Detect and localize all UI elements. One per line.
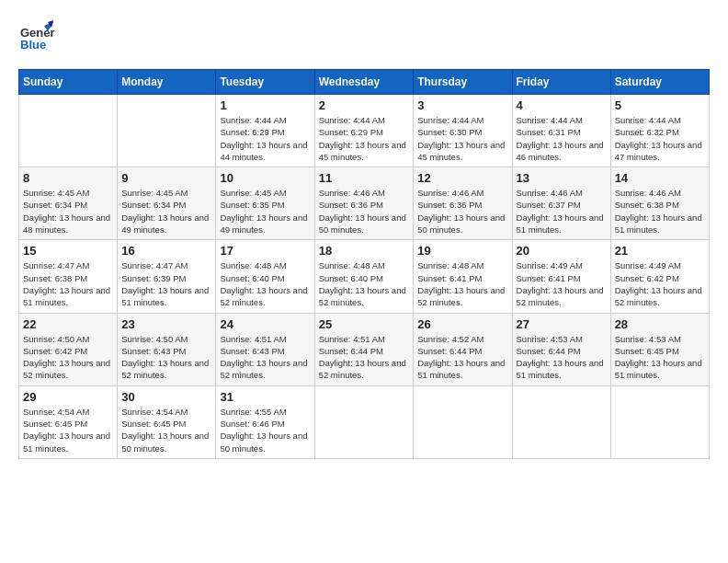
- day-detail: Sunrise: 4:55 AM Sunset: 6:46 PM Dayligh…: [220, 406, 310, 454]
- day-number: 16: [121, 244, 211, 258]
- column-header-wednesday: Wednesday: [314, 70, 414, 95]
- calendar-cell: 16 Sunrise: 4:47 AM Sunset: 6:39 PM Dayl…: [118, 240, 216, 313]
- calendar-cell: 29 Sunrise: 4:54 AM Sunset: 6:45 PM Dayl…: [19, 385, 118, 458]
- calendar-cell: 15 Sunrise: 4:47 AM Sunset: 6:38 PM Dayl…: [19, 240, 118, 313]
- calendar-cell: 14 Sunrise: 4:46 AM Sunset: 6:38 PM Dayl…: [610, 167, 709, 240]
- calendar-cell: 9 Sunrise: 4:45 AM Sunset: 6:34 PM Dayli…: [118, 167, 216, 240]
- day-number: 1: [220, 98, 310, 112]
- calendar-cell: 22 Sunrise: 4:50 AM Sunset: 6:42 PM Dayl…: [19, 313, 118, 385]
- day-detail: Sunrise: 4:49 AM Sunset: 6:42 PM Dayligh…: [615, 259, 705, 308]
- calendar-table: SundayMondayTuesdayWednesdayThursdayFrid…: [18, 69, 710, 459]
- column-header-saturday: Saturday: [610, 70, 709, 95]
- day-number: 14: [615, 171, 705, 185]
- calendar-cell: [314, 385, 414, 458]
- calendar-cell: 5 Sunrise: 4:44 AM Sunset: 6:32 PM Dayli…: [610, 95, 709, 167]
- calendar-cell: 25 Sunrise: 4:51 AM Sunset: 6:44 PM Dayl…: [314, 313, 414, 385]
- day-number: 9: [121, 171, 211, 185]
- day-detail: Sunrise: 4:49 AM Sunset: 6:41 PM Dayligh…: [517, 259, 607, 308]
- calendar-cell: 24 Sunrise: 4:51 AM Sunset: 6:43 PM Dayl…: [216, 313, 314, 385]
- calendar-cell: 28 Sunrise: 4:53 AM Sunset: 6:45 PM Dayl…: [610, 313, 709, 385]
- day-number: 29: [23, 390, 113, 404]
- calendar-cell: 3 Sunrise: 4:44 AM Sunset: 6:30 PM Dayli…: [414, 95, 512, 167]
- day-detail: Sunrise: 4:51 AM Sunset: 6:44 PM Dayligh…: [319, 333, 410, 382]
- day-number: 2: [319, 98, 410, 112]
- day-detail: Sunrise: 4:44 AM Sunset: 6:29 PM Dayligh…: [319, 114, 410, 163]
- day-number: 12: [417, 171, 507, 185]
- day-detail: Sunrise: 4:48 AM Sunset: 6:41 PM Dayligh…: [417, 259, 507, 308]
- calendar-cell: 4 Sunrise: 4:44 AM Sunset: 6:31 PM Dayli…: [512, 95, 610, 167]
- day-number: 23: [121, 317, 211, 331]
- column-header-monday: Monday: [118, 70, 216, 95]
- day-number: 24: [220, 317, 310, 331]
- day-number: 30: [121, 390, 211, 404]
- day-detail: Sunrise: 4:48 AM Sunset: 6:40 PM Dayligh…: [319, 259, 410, 308]
- calendar-cell: 20 Sunrise: 4:49 AM Sunset: 6:41 PM Dayl…: [512, 240, 610, 313]
- day-number: 15: [23, 244, 113, 258]
- day-number: 19: [417, 244, 507, 258]
- calendar-cell: 8 Sunrise: 4:45 AM Sunset: 6:34 PM Dayli…: [19, 167, 118, 240]
- calendar-cell: 23 Sunrise: 4:50 AM Sunset: 6:43 PM Dayl…: [118, 313, 216, 385]
- day-detail: Sunrise: 4:50 AM Sunset: 6:43 PM Dayligh…: [121, 333, 211, 382]
- day-detail: Sunrise: 4:48 AM Sunset: 6:40 PM Dayligh…: [220, 259, 310, 308]
- calendar-cell: [512, 385, 610, 458]
- day-detail: Sunrise: 4:53 AM Sunset: 6:44 PM Dayligh…: [517, 333, 607, 382]
- calendar-cell: 30 Sunrise: 4:54 AM Sunset: 6:45 PM Dayl…: [118, 385, 216, 458]
- day-number: 17: [220, 244, 310, 258]
- day-number: 10: [220, 171, 310, 185]
- day-detail: Sunrise: 4:52 AM Sunset: 6:44 PM Dayligh…: [417, 333, 507, 382]
- calendar-cell: 31 Sunrise: 4:55 AM Sunset: 6:46 PM Dayl…: [216, 385, 314, 458]
- calendar-cell: 27 Sunrise: 4:53 AM Sunset: 6:44 PM Dayl…: [512, 313, 610, 385]
- calendar-cell: 19 Sunrise: 4:48 AM Sunset: 6:41 PM Dayl…: [414, 240, 512, 313]
- day-detail: Sunrise: 4:44 AM Sunset: 6:32 PM Dayligh…: [615, 114, 705, 163]
- day-detail: Sunrise: 4:45 AM Sunset: 6:34 PM Dayligh…: [23, 187, 113, 236]
- day-detail: Sunrise: 4:54 AM Sunset: 6:45 PM Dayligh…: [23, 406, 113, 454]
- day-number: 18: [319, 244, 410, 258]
- calendar-cell: [118, 95, 216, 167]
- day-number: 31: [220, 390, 310, 404]
- calendar-cell: 2 Sunrise: 4:44 AM Sunset: 6:29 PM Dayli…: [314, 95, 414, 167]
- calendar-cell: 1 Sunrise: 4:44 AM Sunset: 6:29 PM Dayli…: [216, 95, 314, 167]
- day-number: 5: [615, 98, 705, 112]
- day-number: 21: [615, 244, 705, 258]
- day-number: 13: [517, 171, 607, 185]
- column-header-tuesday: Tuesday: [216, 70, 314, 95]
- calendar-cell: 11 Sunrise: 4:46 AM Sunset: 6:36 PM Dayl…: [314, 167, 414, 240]
- day-detail: Sunrise: 4:46 AM Sunset: 6:38 PM Dayligh…: [615, 187, 705, 236]
- column-header-friday: Friday: [512, 70, 610, 95]
- day-detail: Sunrise: 4:51 AM Sunset: 6:43 PM Dayligh…: [220, 333, 310, 382]
- day-detail: Sunrise: 4:45 AM Sunset: 6:34 PM Dayligh…: [121, 187, 211, 236]
- day-detail: Sunrise: 4:44 AM Sunset: 6:30 PM Dayligh…: [417, 114, 507, 163]
- day-number: 11: [319, 171, 410, 185]
- calendar-cell: 26 Sunrise: 4:52 AM Sunset: 6:44 PM Dayl…: [414, 313, 512, 385]
- day-number: 3: [417, 98, 507, 112]
- page-header: General Blue: [18, 18, 710, 55]
- day-detail: Sunrise: 4:44 AM Sunset: 6:31 PM Dayligh…: [517, 114, 607, 163]
- calendar-cell: 13 Sunrise: 4:46 AM Sunset: 6:37 PM Dayl…: [512, 167, 610, 240]
- calendar-cell: 18 Sunrise: 4:48 AM Sunset: 6:40 PM Dayl…: [314, 240, 414, 313]
- day-number: 25: [319, 317, 410, 331]
- column-header-sunday: Sunday: [19, 70, 118, 95]
- day-detail: Sunrise: 4:53 AM Sunset: 6:45 PM Dayligh…: [615, 333, 705, 382]
- svg-text:Blue: Blue: [20, 38, 46, 52]
- calendar-cell: 17 Sunrise: 4:48 AM Sunset: 6:40 PM Dayl…: [216, 240, 314, 313]
- day-number: 22: [23, 317, 113, 331]
- day-detail: Sunrise: 4:54 AM Sunset: 6:45 PM Dayligh…: [121, 406, 211, 454]
- calendar-cell: 10 Sunrise: 4:45 AM Sunset: 6:35 PM Dayl…: [216, 167, 314, 240]
- day-detail: Sunrise: 4:46 AM Sunset: 6:36 PM Dayligh…: [417, 187, 507, 236]
- day-detail: Sunrise: 4:46 AM Sunset: 6:37 PM Dayligh…: [517, 187, 607, 236]
- calendar-cell: [414, 385, 512, 458]
- day-number: 8: [23, 171, 113, 185]
- day-number: 28: [615, 317, 705, 331]
- column-header-thursday: Thursday: [414, 70, 512, 95]
- calendar-cell: 21 Sunrise: 4:49 AM Sunset: 6:42 PM Dayl…: [610, 240, 709, 313]
- day-detail: Sunrise: 4:45 AM Sunset: 6:35 PM Dayligh…: [220, 187, 310, 236]
- calendar-cell: [19, 95, 118, 167]
- day-number: 26: [417, 317, 507, 331]
- day-number: 20: [517, 244, 607, 258]
- calendar-cell: 12 Sunrise: 4:46 AM Sunset: 6:36 PM Dayl…: [414, 167, 512, 240]
- logo: General Blue: [18, 18, 55, 55]
- day-detail: Sunrise: 4:47 AM Sunset: 6:39 PM Dayligh…: [121, 259, 211, 308]
- day-number: 27: [517, 317, 607, 331]
- day-number: 4: [517, 98, 607, 112]
- day-detail: Sunrise: 4:47 AM Sunset: 6:38 PM Dayligh…: [23, 259, 113, 308]
